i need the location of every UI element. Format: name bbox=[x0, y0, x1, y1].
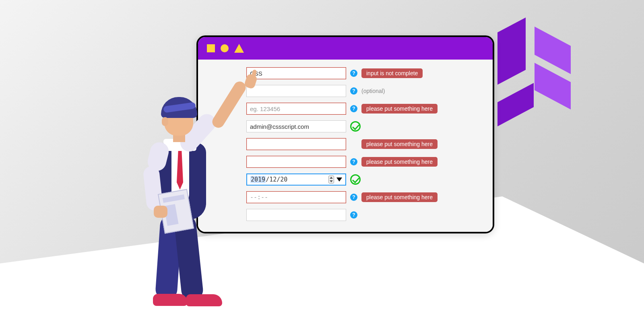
input-placeholder: eg. 123456 bbox=[250, 105, 280, 112]
form-row: please put something here bbox=[246, 136, 493, 152]
time-input[interactable]: --:-- bbox=[246, 191, 346, 203]
text-input-1[interactable]: CSS bbox=[246, 67, 346, 79]
form-row: --:-- please put something here bbox=[246, 189, 493, 205]
help-icon[interactable] bbox=[350, 105, 357, 112]
help-icon[interactable] bbox=[350, 194, 357, 201]
text-input-4[interactable] bbox=[246, 138, 346, 150]
form-row: admin@cssscript.com bbox=[246, 118, 493, 134]
square-icon bbox=[207, 44, 215, 52]
date-input[interactable]: 2019/12/20 bbox=[246, 173, 346, 186]
text-input-5[interactable] bbox=[246, 156, 346, 168]
valid-check-icon bbox=[350, 174, 361, 185]
text-input-2[interactable] bbox=[246, 85, 346, 97]
error-message: please put something here bbox=[361, 192, 438, 202]
form-row: eg. 123456 please put something here bbox=[246, 101, 493, 117]
triangle-icon bbox=[234, 44, 244, 53]
help-icon[interactable] bbox=[350, 158, 357, 165]
help-icon[interactable] bbox=[350, 211, 357, 219]
error-message: input is not complete bbox=[361, 68, 423, 78]
input-value: admin@cssscript.com bbox=[250, 123, 309, 130]
chevron-down-icon[interactable] bbox=[336, 178, 342, 182]
valid-check-icon bbox=[350, 121, 361, 132]
date-year-selected: 2019 bbox=[250, 176, 266, 183]
form-row: 2019/12/20 bbox=[246, 171, 493, 188]
date-rest: /12/20 bbox=[266, 176, 287, 183]
error-message: please put something here bbox=[361, 104, 438, 114]
help-icon[interactable] bbox=[350, 70, 357, 77]
input-placeholder: --:-- bbox=[250, 194, 268, 201]
help-icon[interactable] bbox=[350, 87, 357, 95]
form-row: (optional) bbox=[246, 83, 493, 99]
presenter-illustration bbox=[130, 91, 234, 316]
date-stepper[interactable] bbox=[328, 175, 334, 184]
circle-icon bbox=[221, 44, 229, 52]
form-row: please put something here bbox=[246, 154, 493, 170]
hint-text: (optional) bbox=[361, 88, 385, 94]
error-message: please put something here bbox=[361, 157, 438, 167]
window-titlebar bbox=[198, 37, 493, 60]
form-row bbox=[246, 207, 493, 223]
text-input-3[interactable]: eg. 123456 bbox=[246, 103, 346, 115]
error-message: please put something here bbox=[361, 139, 438, 149]
email-input[interactable]: admin@cssscript.com bbox=[246, 120, 346, 132]
form-row: CSS input is not complete bbox=[246, 65, 493, 81]
text-input-6[interactable] bbox=[246, 209, 346, 221]
